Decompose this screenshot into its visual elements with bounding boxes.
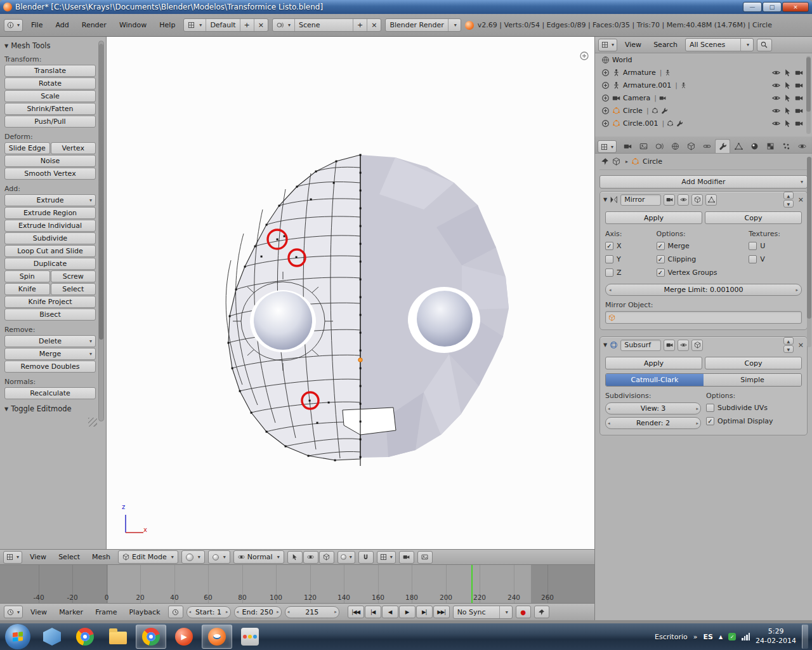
translate-button[interactable]: Translate [4, 65, 96, 77]
menu-tl-playback[interactable]: Playback [124, 606, 164, 618]
editor-type-outliner-button[interactable]: ▾ [598, 39, 617, 51]
outliner-item-armature-001[interactable]: Armature.001 | [595, 79, 812, 91]
use-preview-range-button[interactable] [168, 606, 183, 618]
menu-tl-frame[interactable]: Frame [91, 606, 121, 618]
recalculate-button[interactable]: Recalculate [4, 387, 96, 399]
taskbar-file-explorer-icon[interactable] [103, 625, 133, 649]
opengl-render-anim-button[interactable] [417, 551, 433, 564]
outliner-item-world[interactable]: World [595, 53, 812, 66]
subdivide-button[interactable]: Subdivide [4, 232, 96, 244]
renderability-camera-icon[interactable] [795, 107, 803, 115]
viewport-3d[interactable]: z x [107, 37, 594, 549]
axis-x-checkbox[interactable]: ✓X [605, 241, 653, 251]
axis-z-checkbox[interactable]: ✓Z [605, 267, 653, 278]
auto-keyframe-record-button[interactable]: ● [516, 606, 531, 618]
jump-prev-keyframe-button[interactable]: |◀ [365, 606, 381, 618]
visibility-eye-icon[interactable] [772, 119, 780, 128]
move-modifier-down-button[interactable]: ▼ [783, 345, 794, 353]
tab-render-icon[interactable] [620, 139, 635, 153]
taskbar-clock[interactable]: 5:29 24-02-2014 [756, 627, 796, 646]
screen-layout-selector[interactable]: ▾ Default + × [183, 18, 268, 32]
mirror-copy-button[interactable]: Copy [705, 211, 802, 224]
menu-add[interactable]: Add [51, 19, 73, 31]
renderability-camera-icon[interactable] [795, 69, 803, 77]
delete-menu[interactable]: Delete [4, 335, 96, 347]
smooth-vertex-button[interactable]: Smooth Vertex [4, 168, 96, 180]
panel-expand-icon[interactable]: ▼ [603, 197, 607, 202]
move-modifier-down-button[interactable]: ▼ [783, 200, 794, 208]
rotate-button[interactable]: Rotate [4, 77, 96, 90]
render-visibility-toggle[interactable] [664, 340, 675, 351]
slide-edge-button[interactable]: Slide Edge [4, 142, 50, 154]
maximize-button[interactable]: □ [763, 2, 782, 12]
frame-start-field[interactable]: Start: 1 [187, 606, 231, 618]
scene-selector[interactable]: ▾ Scene + × [272, 18, 381, 32]
menu-help[interactable]: Help [155, 19, 180, 31]
menu-outliner-view[interactable]: View [620, 39, 646, 51]
knife-select-button[interactable]: Select [51, 283, 96, 295]
viewport-visibility-toggle[interactable] [678, 340, 689, 351]
panel-expand-icon[interactable]: ▼ [603, 342, 607, 348]
show-hidden-icons-chevron[interactable]: ▲ [719, 634, 723, 640]
jump-to-end-button[interactable]: ▶▶| [433, 606, 450, 618]
renderability-camera-icon[interactable] [795, 119, 803, 128]
merge-menu[interactable]: Merge [4, 348, 96, 360]
play-button[interactable]: ▶ [399, 606, 416, 618]
pivot-point-selector[interactable]: ▾ [208, 550, 230, 564]
tool-shelf-scrollbar[interactable] [98, 41, 104, 421]
tab-constraints-icon[interactable] [699, 139, 714, 153]
bisect-button[interactable]: Bisect [4, 308, 96, 321]
tab-particles-icon[interactable] [778, 139, 794, 153]
texture-u-checkbox[interactable]: ✓U [749, 241, 802, 251]
transform-orientation-selector[interactable]: Normal▾ [233, 550, 284, 564]
outliner-display-mode[interactable]: All Scenes▾ [685, 38, 754, 51]
modifier-name-field[interactable]: Mirror [620, 194, 661, 206]
tab-world-icon[interactable] [667, 139, 683, 153]
axis-y-checkbox[interactable]: ✓Y [605, 254, 653, 265]
merge-limit-slider[interactable]: Merge Limit: 0.001000 [605, 284, 802, 296]
merge-checkbox[interactable]: ✓Merge [657, 241, 745, 251]
menu-view[interactable]: View [25, 551, 51, 563]
extrude-region-button[interactable]: Extrude Region [4, 207, 96, 219]
menu-file[interactable]: File [27, 19, 47, 31]
taskbar-blender-icon[interactable] [202, 625, 232, 649]
snap-element-selector[interactable]: ▾ [377, 551, 396, 564]
menu-tl-marker[interactable]: Marker [55, 606, 88, 618]
selectability-cursor-icon[interactable] [783, 81, 792, 90]
search-icon[interactable] [757, 39, 772, 51]
texture-v-checkbox[interactable]: ✓V [749, 254, 802, 265]
jump-to-start-button[interactable]: |◀◀ [348, 606, 364, 618]
desktop-toolbar-label[interactable]: Escritorio [655, 633, 688, 641]
keying-set-button[interactable] [534, 606, 549, 618]
scale-button[interactable]: Scale [4, 90, 96, 102]
screw-button[interactable]: Screw [51, 270, 96, 282]
vertex-groups-checkbox[interactable]: ✓Vertex Groups [657, 267, 745, 278]
opengl-render-button[interactable] [399, 551, 414, 564]
editor-type-timeline-button[interactable]: ▾ [4, 606, 23, 618]
taskbar-image-editor-icon[interactable] [235, 625, 265, 649]
region-resize-grip[interactable] [88, 418, 97, 427]
menu-select[interactable]: Select [54, 551, 84, 563]
av-sync-selector[interactable]: No Sync▾ [453, 606, 513, 619]
taskbar-chrome-active-icon[interactable] [136, 625, 166, 649]
push-pull-button[interactable]: Push/Pull [4, 116, 96, 128]
start-button[interactable] [5, 624, 30, 649]
editor-type-view3d-button[interactable]: ▾ [3, 551, 22, 564]
visibility-eye-icon[interactable] [772, 107, 780, 115]
cage-toggle[interactable] [705, 194, 717, 206]
visibility-eye-icon[interactable] [772, 69, 780, 77]
mirror-apply-button[interactable]: Apply [605, 211, 702, 224]
tab-render-layers-icon[interactable] [636, 139, 651, 153]
loop-cut-button[interactable]: Loop Cut and Slide [4, 245, 96, 257]
mode-selector[interactable]: Edit Mode▾ [118, 550, 178, 564]
viewport-visibility-toggle[interactable] [678, 194, 689, 206]
taskbar-chrome-icon[interactable] [70, 625, 100, 649]
simple-option[interactable]: Simple [704, 374, 801, 386]
slide-vertex-button[interactable]: Vertex [51, 142, 96, 154]
selectability-cursor-icon[interactable] [783, 119, 792, 128]
play-reverse-button[interactable]: ◀ [382, 606, 398, 618]
tab-scene-icon[interactable] [652, 139, 667, 153]
editmode-visibility-toggle[interactable] [691, 194, 703, 206]
network-signal-icon[interactable] [742, 633, 750, 640]
menu-tl-view[interactable]: View [26, 606, 51, 618]
